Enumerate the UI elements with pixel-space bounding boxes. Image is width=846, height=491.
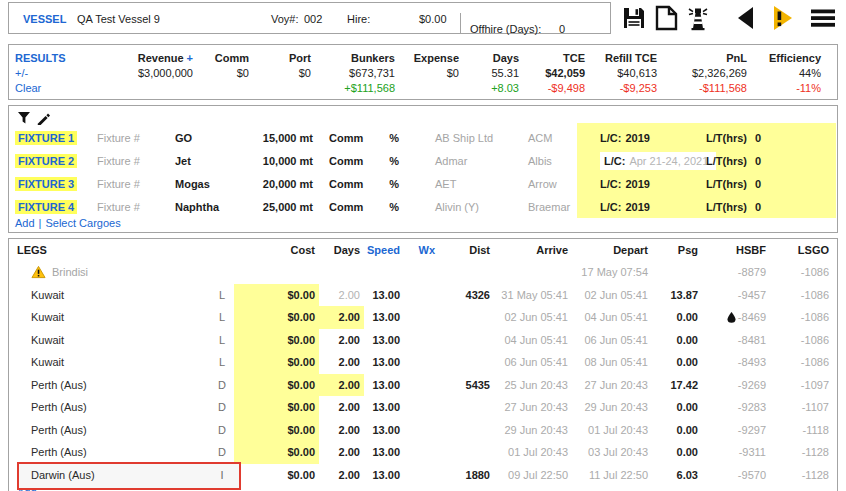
leg-distance[interactable] [439,261,494,284]
leg-distance[interactable]: 5435 [439,374,494,397]
cargo-quantity-field[interactable]: 15,000 mt [255,126,313,149]
leg-speed-field[interactable]: 13.00 [364,351,404,374]
leg-cost-field[interactable]: $0.00 [234,329,319,352]
leg-port[interactable]: Kuwait [9,329,204,352]
leg-distance[interactable] [439,306,494,329]
leg-port-name[interactable]: Kuwait [31,334,64,346]
broker-field[interactable]: Arrow [520,172,590,195]
leg-days-field[interactable]: 2.00 [319,306,364,329]
leg-port-name[interactable]: Kuwait [31,311,64,323]
voyage-number-field[interactable]: 002 [304,13,322,25]
laycan-field[interactable]: 2019 [625,178,649,190]
leg-cost-field[interactable] [234,261,319,284]
leg-distance[interactable]: 4326 [439,284,494,307]
charterer-field[interactable]: Admar [405,149,520,172]
vessel-name-field[interactable]: QA Test Vessel 9 [77,13,160,25]
edit-icon[interactable] [36,111,50,125]
fixture-label[interactable]: FIXTURE 2 [15,154,77,168]
col-header-wx[interactable]: Wx [404,244,439,256]
fixture-number-field[interactable]: Fixture # [97,172,175,195]
laycan-field[interactable]: Apr 21-24, 2021 [629,155,708,167]
leg-speed-field[interactable]: 13.00 [364,284,404,307]
leg-type[interactable]: L [204,306,234,329]
cargo-field[interactable]: GO [175,126,255,149]
leg-cost-field[interactable]: $0.00 [234,464,319,487]
leg-cost-field[interactable]: $0.00 [234,441,319,464]
leg-speed-field[interactable]: 13.00 [364,396,404,419]
add-cargo-link[interactable]: Add [15,217,35,229]
leg-distance[interactable]: 1880 [439,464,494,487]
broker-field[interactable]: Albis [520,149,590,172]
leg-port-name[interactable]: Perth (Aus) [31,424,87,436]
leg-type[interactable] [204,261,234,284]
leg-type[interactable]: D [204,441,234,464]
leg-days-field[interactable]: 2.00 [319,464,364,487]
fixture-label[interactable]: FIXTURE 1 [15,131,77,145]
cargo-field[interactable]: Naphtha [175,195,255,218]
leg-cost-field[interactable]: $0.00 [234,284,319,307]
leg-days-field[interactable]: 2.00 [319,441,364,464]
laytime-field[interactable]: 0 [755,155,761,167]
fixture-number-field[interactable]: Fixture # [97,149,175,172]
leg-speed-field[interactable]: 13.00 [364,374,404,397]
broker-field[interactable]: Braemar [520,195,590,218]
leg-port[interactable]: Perth (Aus) [9,374,204,397]
laytime-field[interactable]: 0 [755,201,761,213]
leg-type[interactable]: L [204,351,234,374]
lighthouse-icon[interactable] [685,5,711,31]
leg-type[interactable]: I [204,464,234,487]
leg-days-field[interactable]: 2.00 [319,284,364,307]
cargo-quantity-field[interactable]: 20,000 mt [255,172,313,195]
leg-port-name[interactable]: Perth (Aus) [31,401,87,413]
leg-port[interactable]: Perth (Aus) [9,441,204,464]
leg-cost-field[interactable]: $0.00 [234,374,319,397]
filter-icon[interactable] [17,111,31,125]
leg-speed-field[interactable]: 13.00 [364,306,404,329]
broker-field[interactable]: ACM [520,126,590,149]
leg-speed-field[interactable]: 13.00 [364,419,404,442]
leg-port-name[interactable]: Perth (Aus) [31,446,87,458]
leg-type[interactable]: D [204,374,234,397]
fixture-number-field[interactable]: Fixture # [97,126,175,149]
leg-type[interactable]: L [204,329,234,352]
leg-distance[interactable] [439,329,494,352]
leg-port-name[interactable]: Perth (Aus) [31,379,87,391]
back-icon[interactable] [734,5,756,31]
leg-cost-field[interactable]: $0.00 [234,419,319,442]
leg-speed-field[interactable]: 13.00 [364,441,404,464]
leg-port[interactable]: Darwin (Aus) [9,464,204,487]
charterer-field[interactable]: Alivin (Y) [405,195,520,218]
cargo-field[interactable]: Jet [175,149,255,172]
leg-port[interactable]: Perth (Aus) [9,396,204,419]
results-plusminus-link[interactable]: +/- [15,66,101,81]
leg-port[interactable]: Perth (Aus) [9,419,204,442]
leg-days-field[interactable]: 2.00 [319,329,364,352]
col-header-speed[interactable]: Speed [364,244,404,256]
hire-field[interactable]: $0.00 [419,13,447,25]
leg-cost-field[interactable]: $0.00 [234,351,319,374]
new-document-icon[interactable] [654,5,678,31]
leg-days-field[interactable] [319,261,364,284]
leg-type[interactable]: D [204,396,234,419]
leg-port[interactable]: Kuwait [9,351,204,374]
cargo-quantity-field[interactable]: 10,000 mt [255,149,313,172]
leg-distance[interactable] [439,351,494,374]
leg-port-name[interactable]: Kuwait [31,289,64,301]
leg-distance[interactable] [439,419,494,442]
laytime-field[interactable]: 0 [755,178,761,190]
leg-distance[interactable] [439,396,494,419]
cargo-quantity-field[interactable]: 25,000 mt [255,195,313,218]
leg-port-name[interactable]: Darwin (Aus) [31,469,95,481]
leg-port[interactable]: Kuwait [9,306,204,329]
fixture-label[interactable]: FIXTURE 4 [15,200,77,214]
fixture-number-field[interactable]: Fixture # [97,195,175,218]
menu-icon[interactable] [810,5,836,31]
laycan-field[interactable]: 2019 [625,132,649,144]
leg-type[interactable]: D [204,419,234,442]
leg-speed-field[interactable]: 13.00 [364,329,404,352]
offhire-field[interactable]: Offhire (Days): 0 [460,13,611,33]
select-cargoes-link[interactable]: Select Cargoes [45,217,120,229]
vessel-label[interactable]: VESSEL [23,13,66,25]
leg-port-name[interactable]: Brindisi [52,266,88,278]
leg-days-field[interactable]: 2.00 [319,396,364,419]
